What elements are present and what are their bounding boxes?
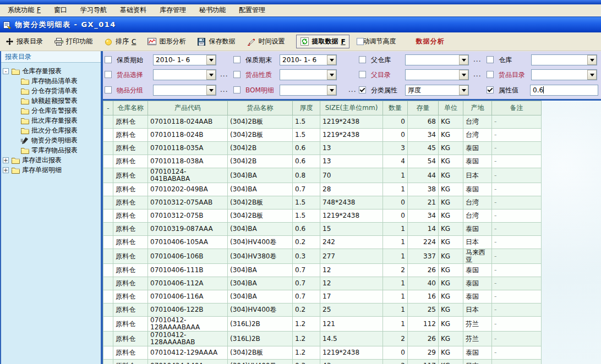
table-row[interactable]: 原料仓07010406-112A(304)BA0.712140KG泰国- xyxy=(103,277,542,290)
table-row[interactable]: 原料仓07010312-075AAB(304)2B板1.5748*2438021… xyxy=(103,196,542,209)
filter-dropdown-父目录[interactable] xyxy=(405,69,469,80)
auto-height-checkbox[interactable] xyxy=(357,38,364,45)
table-row[interactable]: 原料仓07010412-129AAAA(304)2B板1.21219*24380… xyxy=(103,346,542,360)
dropdown-arrow-icon[interactable] xyxy=(206,85,216,95)
dropdown-arrow-icon[interactable] xyxy=(327,85,336,95)
toolbar-button-4[interactable]: 保存数据 xyxy=(197,37,235,46)
ellipsis-button[interactable]: ... xyxy=(220,86,228,93)
filter-checkbox-货品选择[interactable] xyxy=(105,71,112,78)
table-row[interactable]: 原料仓07010312-075B(304)2B板1.51219*2438034K… xyxy=(103,209,542,223)
sidebar-item-4[interactable]: 分仓库告警报表 xyxy=(1,106,101,115)
filter-dropdown-货品性质[interactable] xyxy=(280,69,337,80)
table-row[interactable]: 原料仓07010202-049BA(304)BA0.728138KG泰国- xyxy=(103,183,542,196)
dropdown-arrow-icon[interactable] xyxy=(459,70,468,80)
menu-item-6[interactable]: 配置管理 xyxy=(232,4,272,16)
column-header-3[interactable]: 厚度 xyxy=(293,101,320,115)
expand-box-icon[interactable]: + xyxy=(3,157,9,163)
filter-checkbox-货品目录[interactable] xyxy=(487,71,494,78)
column-header-1[interactable]: 产品代码 xyxy=(148,101,228,115)
filter-dropdown-保质期始[interactable]: 2010- 1- 6 xyxy=(153,54,216,65)
filter-checkbox-货品性质[interactable] xyxy=(233,71,241,78)
column-header-0[interactable]: 仓库名称 xyxy=(113,101,148,115)
table-row[interactable]: 原料仓07010118-024B(304)2B板1.51219*2438034K… xyxy=(103,129,542,142)
filter-dropdown-货品选择[interactable] xyxy=(153,69,216,80)
filter-checkbox-保质期末[interactable] xyxy=(233,56,241,63)
sidebar-item-10[interactable]: +库存单据明细 xyxy=(1,165,101,175)
filter-checkbox-父仓库[interactable] xyxy=(359,56,366,63)
dropdown-arrow-icon[interactable] xyxy=(327,70,336,80)
dropdown-arrow-icon[interactable] xyxy=(587,55,597,65)
ellipsis-button[interactable]: ... xyxy=(220,70,228,78)
column-header-6[interactable]: 存量 xyxy=(408,101,439,115)
dropdown-arrow-icon[interactable] xyxy=(206,70,216,80)
table-row[interactable]: 原料仓07010424-140A(304)HV400卷0.3432117KG日本… xyxy=(103,360,542,364)
filter-checkbox-分类属性[interactable] xyxy=(359,86,366,93)
sidebar-item-8[interactable]: 零库存物品报表 xyxy=(1,145,101,155)
table-row[interactable]: 原料仓07010118-035A(304)2B0.613345KG泰国- xyxy=(103,142,542,155)
sidebar-item-3[interactable]: 缺额超额报警表 xyxy=(1,96,101,106)
sidebar-item-0[interactable]: -仓库存量报表 xyxy=(1,66,101,76)
toolbar-button-6[interactable]: 提取数据F xyxy=(296,35,349,48)
table-row[interactable]: 原料仓07010406-111B(304)BA0.712226KG泰国- xyxy=(103,264,542,277)
filter-dropdown-物品分组[interactable] xyxy=(153,85,216,96)
column-header-7[interactable]: 单位 xyxy=(439,101,463,115)
sidebar-item-2[interactable]: 分仓存货清单表 xyxy=(1,86,101,96)
table-row[interactable]: 原料仓07010118-038A(304)2B0.613454KG泰国- xyxy=(103,155,542,168)
filter-dropdown-BOM明细[interactable] xyxy=(280,85,337,96)
filter-checkbox-物品分组[interactable] xyxy=(105,86,112,93)
table-row[interactable]: 原料仓07010406-106B(304)HV380卷0.32771337KG马… xyxy=(103,249,542,264)
toolbar-button-1[interactable]: 打印功能 xyxy=(54,37,92,46)
filter-dropdown-父仓库[interactable] xyxy=(405,54,469,65)
column-header-9[interactable]: 备注 xyxy=(492,101,542,115)
table-row[interactable]: 原料仓07010118-024AAB(304)2B板1.51219*243806… xyxy=(103,115,542,129)
toolbar-button-2[interactable]: 排序C xyxy=(104,37,136,46)
filter-dropdown-货品目录[interactable] xyxy=(531,69,597,80)
dropdown-arrow-icon[interactable] xyxy=(459,85,468,95)
ellipsis-button[interactable]: ... xyxy=(473,56,481,63)
filter-input-属性值[interactable]: 0.6 xyxy=(530,85,598,96)
data-analysis-label[interactable]: 数据分析 xyxy=(416,37,445,46)
filter-checkbox-保质期始[interactable] xyxy=(105,56,112,63)
collapse-box-icon[interactable]: - xyxy=(3,68,9,74)
sidebar-item-7[interactable]: 物资分类明细表 xyxy=(1,135,101,145)
sidebar-item-9[interactable]: +库存进出报表 xyxy=(1,155,101,165)
filter-checkbox-属性值[interactable] xyxy=(487,86,494,93)
menu-item-0[interactable]: 系统功能F xyxy=(1,4,47,16)
filter-dropdown-保质期末[interactable]: 2010- 1- 6 xyxy=(280,54,337,65)
sidebar-item-1[interactable]: 库存物品清单表 xyxy=(1,76,101,86)
column-header-5[interactable]: 数量 xyxy=(383,101,408,115)
table-row[interactable]: 原料仓07010412-128AAAABAAA(316L)2B1.2121111… xyxy=(103,317,542,332)
table-row[interactable]: 原料仓07010406-105AA(304)HV400卷0.22421224KG… xyxy=(103,236,542,249)
sidebar-item-6[interactable]: 批次分仓库报表 xyxy=(1,125,101,135)
table-row[interactable]: 原料仓07010124-041BABABA(304)BA0.870144KG日本… xyxy=(103,168,542,183)
table-row[interactable]: 原料仓07010412-128AAAABAB(316L)2B1.214.5226… xyxy=(103,332,542,346)
expand-box-icon[interactable]: + xyxy=(3,167,9,173)
ellipsis-button[interactable]: ... xyxy=(473,70,481,78)
filter-checkbox-BOM明细[interactable] xyxy=(233,86,241,93)
corner-collapse-header[interactable]: - xyxy=(103,101,113,115)
dropdown-arrow-icon[interactable] xyxy=(327,55,336,65)
dropdown-arrow-icon[interactable] xyxy=(459,55,468,65)
menu-item-3[interactable]: 基础资料 xyxy=(113,4,153,16)
ellipsis-button[interactable]: ... xyxy=(348,86,356,93)
menu-item-1[interactable]: 窗口 xyxy=(47,4,74,16)
filter-dropdown-分类属性[interactable]: 厚度 xyxy=(405,85,469,96)
column-header-2[interactable]: 货品名称 xyxy=(228,101,293,115)
column-header-8[interactable]: 产地 xyxy=(463,101,492,115)
table-row[interactable]: 原料仓07010319-087AAA(304)BA0.615114KG泰国- xyxy=(103,223,542,236)
filter-dropdown-仓库[interactable] xyxy=(531,54,597,65)
sidebar-item-5[interactable]: 批次库存量报表 xyxy=(1,115,101,125)
dropdown-arrow-icon[interactable] xyxy=(206,55,216,65)
menu-item-4[interactable]: 库存管理 xyxy=(153,4,193,16)
toolbar-button-0[interactable]: 报表目录 xyxy=(5,37,43,46)
menu-item-5[interactable]: 秘书功能 xyxy=(193,4,232,16)
table-row[interactable]: 原料仓07010406-122B(304)HV400卷0.225125KG日本- xyxy=(103,304,542,317)
toolbar-button-3[interactable]: 图形分析 xyxy=(147,37,185,46)
toolbar-button-5[interactable]: 时间设置 xyxy=(247,37,285,46)
filter-checkbox-仓库[interactable] xyxy=(487,56,494,63)
column-header-4[interactable]: SIZE(主单位mm) xyxy=(320,101,383,115)
menu-item-2[interactable]: 学习导航 xyxy=(74,4,113,16)
table-row[interactable]: 原料仓07010406-116A(304)BA0.717116KG泰国- xyxy=(103,290,542,304)
dropdown-arrow-icon[interactable] xyxy=(587,70,597,80)
filter-checkbox-父目录[interactable] xyxy=(359,71,366,78)
